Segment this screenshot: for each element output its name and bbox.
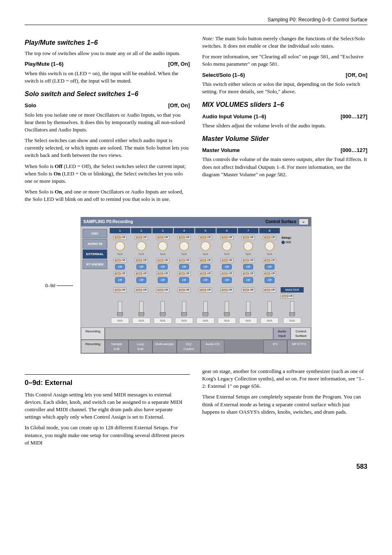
off-button[interactable]: Off xyxy=(243,277,253,283)
body-text: Solo lets you isolate one or more Oscill… xyxy=(25,111,190,134)
slider[interactable] xyxy=(203,301,208,317)
off-button[interactable]: Off xyxy=(115,264,125,270)
bottom-tab[interactable]: EQ/Control xyxy=(177,340,201,353)
body-text: These sliders adjust the volume levels o… xyxy=(202,122,367,129)
screenshot-figure: 0–9d SAMPLING P0:Recording Control Surfa… xyxy=(25,217,367,354)
param-range: [Off, On] xyxy=(168,102,190,109)
bottom-tab[interactable]: Audio CD xyxy=(201,340,224,353)
off-label: GchOff xyxy=(199,258,212,263)
off-label: GchOff xyxy=(220,235,233,240)
column-header: 5 xyxy=(195,228,216,233)
off-label: GchOff xyxy=(156,235,169,240)
na-value: N/A xyxy=(132,318,150,324)
param-label: Select/Solo (1–6) xyxy=(202,71,245,79)
param-range: [000…127] xyxy=(341,147,367,154)
knob-icon[interactable] xyxy=(243,241,253,251)
na-label: N/A xyxy=(217,252,237,256)
heading-play-mute: Play/Mute switches 1–6 xyxy=(25,38,190,47)
sub-tab[interactable]: AudioInput xyxy=(273,327,291,340)
setup-value[interactable]: 000 xyxy=(281,240,304,244)
na-value: N/A xyxy=(111,318,129,324)
off-label: GchOff xyxy=(242,271,254,276)
na-value: N/A xyxy=(175,318,193,324)
off-button[interactable]: Off xyxy=(201,277,210,283)
off-button[interactable]: Off xyxy=(136,277,146,283)
body-text: When this switch is on (LED = on), the i… xyxy=(25,70,190,85)
off-button[interactable]: Off xyxy=(158,264,167,270)
slider[interactable] xyxy=(290,301,294,317)
knob-icon[interactable] xyxy=(136,241,146,251)
off-label: GchOff xyxy=(263,258,276,263)
off-button[interactable]: Off xyxy=(222,277,231,283)
na-label: N/A xyxy=(238,252,258,256)
column-header: 2 xyxy=(131,228,152,233)
body-text: gear on stage, another for controlling a… xyxy=(202,368,367,390)
body-text: The Select switches can show and control… xyxy=(25,137,190,159)
off-button[interactable]: Off xyxy=(179,264,189,270)
sub-tab[interactable]: Recording xyxy=(81,327,105,340)
menu-dropdown-icon[interactable]: ⌄ xyxy=(299,219,309,225)
knob-icon[interactable] xyxy=(201,241,210,251)
slider[interactable] xyxy=(182,301,186,317)
param-range: [Off, On] xyxy=(168,60,190,68)
off-button[interactable]: Off xyxy=(136,264,146,270)
off-label: GchOff xyxy=(220,258,233,263)
slider[interactable] xyxy=(267,301,272,317)
bottom-tab[interactable]: Recording xyxy=(81,340,105,353)
bottom-tab[interactable]: Multi-sample xyxy=(152,340,177,353)
bottom-tab[interactable]: IFX xyxy=(263,340,287,353)
na-value: N/A xyxy=(218,318,236,324)
side-tab[interactable]: EXTERNAL xyxy=(83,249,107,259)
side-tab[interactable]: AUDIO IN xyxy=(83,239,107,249)
na-value: N/A xyxy=(239,318,257,324)
off-button[interactable]: Off xyxy=(265,264,274,270)
side-tab[interactable]: OSC xyxy=(83,229,107,238)
off-button[interactable]: Off xyxy=(179,277,189,283)
off-label: GchOff xyxy=(135,271,148,276)
na-value: N/A xyxy=(261,318,279,324)
slider[interactable] xyxy=(246,301,250,317)
off-label: GchOff xyxy=(199,271,212,276)
off-label: GchOff xyxy=(135,258,148,263)
off-label: GchOff xyxy=(220,288,233,292)
slider[interactable] xyxy=(118,301,122,317)
bottom-tab[interactable]: MFX/TFX xyxy=(287,340,311,353)
knob-icon[interactable] xyxy=(158,241,168,251)
off-label: GchOff xyxy=(263,235,276,240)
slider[interactable] xyxy=(225,301,229,317)
off-label: GchOff xyxy=(113,235,126,240)
na-label: N/A xyxy=(195,252,216,256)
off-label: GchOff xyxy=(113,258,126,263)
side-tab[interactable]: RT KNOBS xyxy=(83,260,107,269)
knob-icon[interactable] xyxy=(222,241,232,251)
column-header: 7 xyxy=(238,228,258,233)
off-button[interactable]: Off xyxy=(222,264,231,270)
off-label: GchOff xyxy=(263,271,276,276)
slider[interactable] xyxy=(161,301,165,317)
knob-icon[interactable] xyxy=(115,241,125,251)
heading-0-9d-external: 0–9d: External xyxy=(25,378,190,388)
off-label: GchOff xyxy=(113,288,126,292)
off-button[interactable]: Off xyxy=(265,277,274,283)
param-audio-input-volume: Audio Input Volume (1–6) [000…127] xyxy=(202,113,367,120)
bottom-tab[interactable]: LoopEdit xyxy=(129,340,152,353)
slider[interactable] xyxy=(139,301,143,317)
body-text: This switch either selects or solos the … xyxy=(202,81,367,95)
page-number: 583 xyxy=(25,462,367,471)
knob-icon[interactable] xyxy=(265,241,274,251)
off-button[interactable]: Off xyxy=(201,264,210,270)
off-button[interactable]: Off xyxy=(115,277,125,283)
off-label: GchOff xyxy=(281,294,293,299)
callout-0-9d: 0–9d xyxy=(45,283,73,289)
knob-icon[interactable] xyxy=(179,241,189,251)
off-label: GchOff xyxy=(242,258,254,263)
off-button[interactable]: Off xyxy=(243,264,253,270)
off-label: GchOff xyxy=(156,258,169,263)
off-label: GchOff xyxy=(220,271,233,276)
bottom-tab[interactable]: SampleEdit xyxy=(105,340,129,353)
off-button[interactable]: Off xyxy=(158,277,167,283)
running-header: Sampling P0: Recording 0–9: Control Surf… xyxy=(25,16,367,25)
sub-tab[interactable]: ControlSurface xyxy=(291,327,311,340)
body-text: Note: The main Solo button merely change… xyxy=(202,35,367,50)
param-label: Master Volume xyxy=(202,147,240,154)
